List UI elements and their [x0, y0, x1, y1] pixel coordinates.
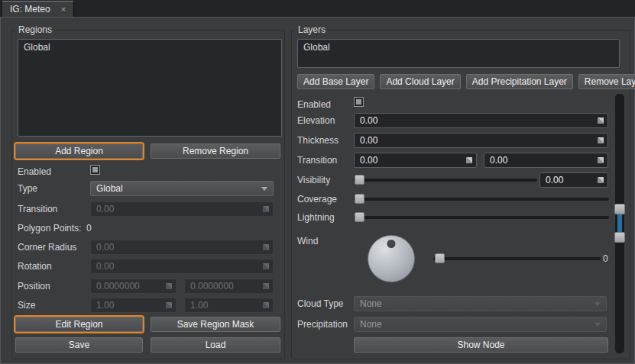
precipitation-label: Precipitation: [297, 319, 348, 330]
thickness-value: 0.00: [360, 135, 377, 146]
size-x-value: 1.00: [96, 300, 114, 311]
spin-drag-icon: [166, 283, 172, 289]
spin-drag-icon: [263, 244, 269, 250]
chevron-down-icon: [595, 302, 601, 306]
spin-drag-icon[interactable]: [598, 137, 604, 143]
rotation-label: Rotation: [18, 261, 52, 272]
size-x-spinbox: 1.00: [90, 298, 177, 313]
visibility-slider[interactable]: [354, 172, 537, 188]
size-y-spinbox: 1.00: [184, 298, 274, 313]
visibility-spinbox[interactable]: 0.00: [539, 172, 608, 188]
add-cloud-layer-button[interactable]: Add Cloud Layer: [380, 74, 460, 89]
corner-radius-spinbox: 0.00: [90, 240, 274, 255]
coverage-label: Coverage: [297, 194, 337, 205]
layer-enabled-checkbox[interactable]: [354, 97, 364, 107]
elevation-spinbox[interactable]: 0.00: [354, 113, 608, 128]
rotation-value: 0.00: [96, 261, 114, 272]
edit-region-button[interactable]: Edit Region: [15, 317, 143, 332]
region-type-label: Type: [18, 183, 37, 194]
slider-handle[interactable]: [355, 175, 364, 185]
spin-drag-icon[interactable]: [598, 157, 604, 163]
tab-title: IG: Meteo: [10, 4, 50, 14]
size-y-value: 1.00: [190, 300, 208, 311]
cloud-type-label: Cloud Type: [297, 298, 344, 309]
regions-list[interactable]: Global: [18, 39, 282, 137]
tab-ig-meteo[interactable]: IG: Meteo ×: [2, 1, 74, 17]
elevation-value: 0.00: [360, 115, 377, 126]
region-type-value: Global: [96, 183, 123, 194]
wind-direction-dial[interactable]: [368, 235, 415, 282]
show-node-button[interactable]: Show Node: [354, 337, 608, 353]
slider-handle[interactable]: [355, 212, 364, 222]
corner-radius-label: Corner Radius: [18, 242, 76, 253]
polygon-points-label: Polygon Points:: [18, 223, 81, 234]
add-precipitation-layer-button[interactable]: Add Precipitation Layer: [466, 74, 573, 89]
regions-title: Regions: [15, 24, 55, 35]
save-region-mask-button[interactable]: Save Region Mask: [151, 317, 280, 332]
remove-layer-button[interactable]: Remove Layer: [578, 74, 635, 89]
region-enabled-checkbox[interactable]: [90, 165, 100, 175]
position-y-spinbox: 0.0000000: [184, 279, 274, 294]
slider-track[interactable]: [354, 198, 609, 201]
layer-transition-value-1: 0.00: [360, 155, 377, 166]
content-pane: Regions Global Add Region Remove Region …: [0, 17, 635, 364]
meteo-window: IG: Meteo × Regions Global Add Region Re…: [0, 0, 635, 364]
visibility-label: Visibility: [297, 175, 330, 185]
add-base-layer-button[interactable]: Add Base Layer: [297, 74, 374, 89]
cloud-type-value: None: [360, 298, 382, 309]
thickness-label: Thickness: [297, 135, 339, 146]
wind-speed-slider[interactable]: [433, 251, 601, 266]
load-button[interactable]: Load: [151, 337, 280, 353]
layer-buttons-row: Add Base Layer Add Cloud Layer Add Preci…: [297, 74, 623, 89]
region-transition-value: 0.00: [96, 204, 114, 214]
spin-drag-icon: [263, 263, 269, 269]
range-handle-bottom[interactable]: [614, 232, 625, 243]
chevron-down-icon: [595, 323, 601, 327]
spin-drag-icon[interactable]: [598, 177, 604, 183]
slider-handle[interactable]: [435, 253, 445, 263]
position-label: Position: [18, 281, 50, 292]
precipitation-value: None: [360, 319, 382, 330]
region-transition-spinbox: 0.00: [90, 201, 274, 217]
spin-drag-icon[interactable]: [598, 118, 604, 124]
list-item[interactable]: Global: [18, 40, 281, 55]
layer-transition-spinbox-1[interactable]: 0.00: [354, 153, 477, 168]
spin-drag-icon: [166, 302, 172, 308]
slider-track[interactable]: [354, 216, 609, 219]
layers-list[interactable]: Global: [297, 39, 620, 68]
spin-drag-icon: [263, 302, 269, 308]
corner-radius-value: 0.00: [96, 242, 114, 253]
slider-track[interactable]: [354, 179, 537, 182]
add-region-button[interactable]: Add Region: [15, 143, 143, 159]
layer-transition-value-2: 0.00: [490, 155, 507, 166]
wind-speed-value: 0: [603, 253, 608, 264]
region-enabled-label: Enabled: [18, 166, 51, 177]
lightning-slider[interactable]: [354, 210, 609, 225]
spin-drag-icon: [263, 206, 269, 212]
size-label: Size: [18, 300, 35, 311]
save-button[interactable]: Save: [15, 337, 143, 353]
layer-transition-spinbox-2[interactable]: 0.00: [484, 153, 608, 168]
cloud-type-dropdown: None: [354, 296, 607, 311]
slider-track[interactable]: [433, 257, 601, 260]
position-y-value: 0.0000000: [190, 281, 234, 292]
list-item[interactable]: Global: [298, 40, 619, 55]
layers-title: Layers: [295, 24, 329, 35]
visibility-value: 0.00: [546, 175, 563, 185]
coverage-slider[interactable]: [354, 192, 609, 207]
layer-enabled-label: Enabled: [297, 99, 331, 110]
chevron-down-icon: [261, 187, 267, 191]
layer-transition-label: Transition: [297, 155, 337, 166]
remove-region-button[interactable]: Remove Region: [151, 143, 280, 159]
slider-handle[interactable]: [355, 194, 364, 204]
region-transition-label: Transition: [18, 204, 57, 214]
region-type-dropdown[interactable]: Global: [90, 181, 274, 196]
close-icon[interactable]: ×: [61, 5, 66, 14]
thickness-spinbox[interactable]: 0.00: [354, 133, 608, 148]
vertical-range-slider[interactable]: [614, 94, 625, 353]
lightning-label: Lightning: [297, 212, 335, 223]
range-handle-top[interactable]: [614, 204, 625, 214]
spin-drag-icon[interactable]: [466, 157, 472, 163]
range-fill: [617, 214, 622, 232]
wind-label: Wind: [297, 236, 318, 246]
